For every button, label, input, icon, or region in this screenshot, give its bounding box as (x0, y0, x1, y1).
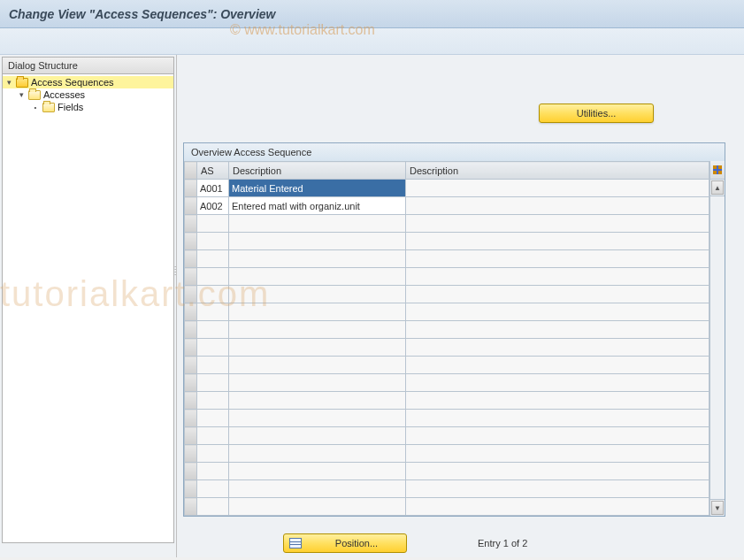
table-row[interactable] (185, 303, 709, 321)
table-row[interactable] (185, 357, 709, 374)
table-row[interactable] (185, 480, 709, 498)
table-row[interactable]: A001 Material Entered (185, 180, 709, 197)
splitter-handle[interactable]: ···· (174, 265, 175, 276)
row-selector[interactable] (185, 215, 197, 233)
row-selector[interactable] (185, 498, 197, 516)
page-title: Change View "Access Sequences": Overview (9, 7, 275, 21)
tree-label: Access Sequences (31, 77, 114, 88)
row-selector[interactable] (185, 197, 197, 215)
collapse-icon[interactable]: ▾ (17, 90, 26, 99)
table-settings-icon (713, 165, 722, 174)
position-button[interactable]: Position... (283, 533, 407, 553)
row-selector[interactable] (185, 303, 197, 321)
right-pane: Utilities... Overview Access Sequence AS… (177, 55, 744, 557)
row-selector[interactable] (185, 180, 197, 197)
table-row[interactable] (185, 374, 709, 392)
table-row[interactable] (185, 321, 709, 339)
tree-item-fields[interactable]: • Fields (3, 101, 173, 113)
column-header-selector[interactable] (185, 162, 197, 180)
cell-description-2[interactable] (406, 180, 709, 197)
tree-label: Fields (58, 102, 83, 112)
tree-item-access-sequences[interactable]: ▾ Access Sequences (3, 76, 173, 88)
row-selector[interactable] (185, 463, 197, 480)
row-selector[interactable] (185, 268, 197, 286)
tree-item-accesses[interactable]: ▾ Accesses (3, 88, 173, 101)
folder-closed-icon (28, 90, 41, 100)
scroll-track[interactable] (710, 196, 725, 500)
position-label: Position... (307, 534, 406, 552)
row-selector[interactable] (185, 410, 197, 427)
row-selector[interactable] (185, 339, 197, 357)
sidebar-header: Dialog Structure (2, 57, 174, 74)
application-toolbar (0, 28, 744, 55)
row-selector[interactable] (185, 250, 197, 268)
column-header-description-1[interactable]: Description (229, 162, 406, 180)
bullet-icon: • (31, 104, 40, 111)
folder-open-icon (16, 78, 28, 88)
table-row[interactable] (185, 445, 709, 463)
cell-description[interactable]: Entered matl with organiz.unit (229, 197, 406, 215)
cell-as[interactable]: A002 (197, 197, 229, 215)
table-side-column: ▲ ▼ (709, 161, 725, 516)
cell-as[interactable]: A001 (197, 180, 229, 197)
scroll-up-button[interactable]: ▲ (711, 180, 724, 195)
window-title-bar: Change View "Access Sequences": Overview (0, 0, 744, 28)
bottom-bar: Position... Entry 1 of 2 (177, 532, 744, 555)
table-row[interactable]: A002 Entered matl with organiz.unit (185, 197, 709, 215)
table-row[interactable] (185, 233, 709, 250)
table-row[interactable] (185, 215, 709, 233)
tree-label: Accesses (43, 89, 85, 100)
column-header-description-2[interactable]: Description (406, 162, 709, 180)
row-selector[interactable] (185, 374, 197, 392)
position-icon (289, 538, 302, 548)
row-selector[interactable] (185, 427, 197, 445)
cell-description-2[interactable] (406, 197, 709, 215)
table-row[interactable] (185, 463, 709, 480)
row-selector[interactable] (185, 286, 197, 303)
utilities-button[interactable]: Utilities... (539, 104, 654, 123)
table-row[interactable] (185, 392, 709, 410)
row-selector[interactable] (185, 357, 197, 374)
table-row[interactable] (185, 268, 709, 286)
cell-description[interactable]: Material Entered (229, 180, 406, 197)
table-title: Overview Access Sequence (184, 143, 725, 161)
row-selector[interactable] (185, 445, 197, 463)
row-selector[interactable] (185, 480, 197, 498)
column-header-as[interactable]: AS (197, 162, 229, 180)
table-row[interactable] (185, 339, 709, 357)
dialog-structure-sidebar: Dialog Structure ▾ Access Sequences ▾ Ac… (0, 55, 177, 557)
row-selector[interactable] (185, 321, 197, 339)
tree: ▾ Access Sequences ▾ Accesses • Fields (2, 74, 174, 543)
table-row[interactable] (185, 427, 709, 445)
table-group-overview: Overview Access Sequence AS Description … (183, 142, 725, 517)
folder-closed-icon (42, 103, 55, 112)
entry-status-text: Entry 1 of 2 (478, 538, 527, 548)
main-content: Dialog Structure ▾ Access Sequences ▾ Ac… (0, 55, 744, 557)
collapse-icon[interactable]: ▾ (4, 78, 13, 87)
table-row[interactable] (185, 498, 709, 516)
table-settings-button[interactable] (710, 161, 725, 180)
table-row[interactable] (185, 250, 709, 268)
overview-grid: AS Description Description A001 Material… (184, 161, 709, 516)
scroll-down-button[interactable]: ▼ (711, 501, 724, 515)
row-selector[interactable] (185, 233, 197, 250)
row-selector[interactable] (185, 392, 197, 410)
table-row[interactable] (185, 410, 709, 427)
table-row[interactable] (185, 286, 709, 303)
